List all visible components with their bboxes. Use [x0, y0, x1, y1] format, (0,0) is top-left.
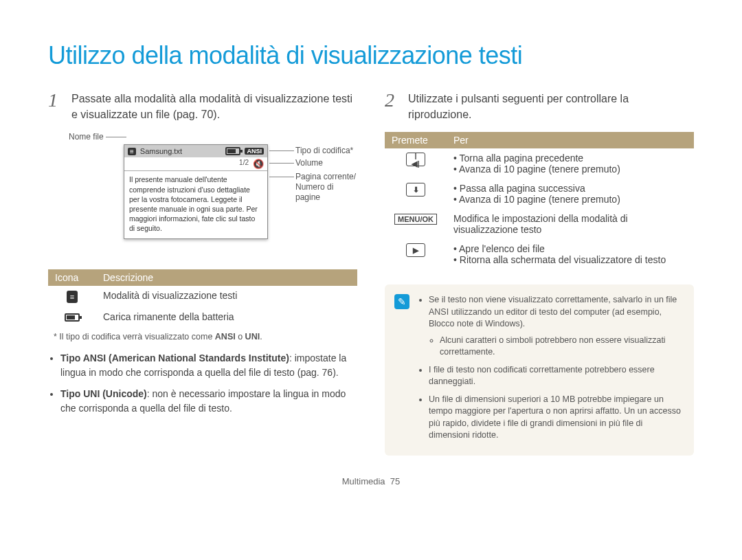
table-row: ▶ • Apre l'elenco dei file • Ritorna all…: [385, 239, 694, 269]
table-header-row: Icona Descrizione: [48, 269, 357, 286]
list-item: Tipo UNI (Unicode): non è necessario imp…: [60, 387, 357, 416]
cell-button: ⬇: [385, 179, 447, 209]
note-header: ≡ Samsung.txt ANSI: [124, 145, 267, 157]
per-item: Ritorna alla schermata del visualizzator…: [460, 254, 666, 265]
step-1: 1 Passate alla modalità alla modalità di…: [48, 91, 357, 122]
cell-desc: Modalità di visualizzazione testi: [96, 286, 357, 306]
step-text: Utilizzate i pulsanti seguenti per contr…: [408, 91, 694, 122]
left-column: 1 Passate alla modalità alla modalità di…: [48, 91, 357, 456]
list-bold: Tipo UNI (Unicode): [60, 388, 147, 399]
footnote-uni: UNI: [245, 332, 260, 341]
table-row: Carica rimanente della batteria: [48, 307, 357, 326]
cell-button: |◀|: [385, 148, 447, 179]
leader-line: [269, 150, 294, 151]
table-header-row: Premete Per: [385, 132, 694, 148]
th-descrizione: Descrizione: [96, 269, 357, 286]
step-number: 1: [48, 91, 63, 122]
page: Utilizzo della modalità di visualizzazio…: [0, 0, 742, 507]
two-columns: 1 Passate alla modalità alla modalità di…: [48, 91, 694, 456]
cell-icon: [48, 286, 96, 306]
battery-icon: [225, 147, 240, 155]
footer-page: 75: [390, 476, 400, 486]
leader-line: [269, 163, 294, 164]
th-icona: Icona: [48, 269, 96, 286]
leader-line: [269, 177, 294, 177]
note-preview: ≡ Samsung.txt ANSI 1/2 🔇 Il presente man…: [124, 144, 268, 239]
cell-button: ▶: [385, 239, 447, 269]
step-text: Passate alla modalità alla modalità di v…: [71, 91, 357, 122]
footnote-text: o: [236, 332, 245, 341]
note-icon: [394, 294, 409, 309]
cell-button: MENU/OK: [385, 209, 447, 239]
cell-per: • Apre l'elenco dei file • Ritorna alla …: [447, 239, 694, 269]
icon-table: Icona Descrizione Modalità di visualizza…: [48, 269, 357, 326]
label-nome-file: Nome file: [69, 132, 104, 142]
per-item: Avanza di 10 pagine (tenere premuto): [459, 164, 620, 175]
callout-item: I file di testo non codificati correttam…: [429, 364, 683, 388]
table-row: ⬇ • Passa alla pagina successiva • Avanz…: [385, 179, 694, 209]
th-premete: Premete: [385, 132, 447, 148]
filename: Samsung.txt: [140, 147, 222, 155]
cell-desc: Carica rimanente della batteria: [96, 307, 357, 326]
callout-text: Se il testo non viene visualizzato corre…: [429, 295, 677, 328]
page-title: Utilizzo della modalità di visualizzazio…: [48, 41, 694, 70]
controls-table: Premete Per |◀| • Torna alla pagina prec…: [385, 132, 694, 269]
callout-item: Se il testo non viene visualizzato corre…: [429, 294, 683, 359]
diagram: Nome file Tipo di codifica* Volume Pagin…: [69, 132, 357, 256]
cell-per: • Torna alla pagina precedente • Avanza …: [447, 148, 694, 179]
callout-subitem: Alcuni caratteri o simboli potrebbero no…: [440, 335, 683, 359]
table-row: |◀| • Torna alla pagina precedente • Ava…: [385, 148, 694, 179]
leader-line: [106, 137, 126, 137]
list-item: Tipo ANSI (American National Standards I…: [60, 351, 357, 380]
table-row: MENU/OK Modifica le impostazioni della m…: [385, 209, 694, 239]
battery-icon: [65, 313, 80, 322]
cell-per: • Passa alla pagina successiva • Avanza …: [447, 179, 694, 209]
menu-ok-button: MENU/OK: [394, 214, 437, 225]
label-pagina: Pagina corrente/ Numero di pagine: [295, 172, 357, 203]
callout-item: Un file di dimensioni superiori a 10 MB …: [429, 394, 683, 442]
step-2: 2 Utilizzate i pulsanti seguenti per con…: [385, 91, 694, 122]
note-subheader: 1/2 🔇: [124, 157, 267, 171]
cell-per: Modifica le impostazioni della modalità …: [447, 209, 694, 239]
page-counter: 1/2: [239, 159, 249, 169]
cell-icon: [48, 307, 96, 326]
encoding-list: Tipo ANSI (American National Standards I…: [48, 351, 357, 416]
text-mode-icon: [67, 291, 78, 303]
play-list-icon: ▶: [406, 243, 425, 257]
next-page-icon: ⬇: [406, 183, 425, 197]
footnote-ansi: ANSI: [215, 332, 236, 341]
info-callout: Se il testo non viene visualizzato corre…: [385, 284, 694, 456]
encoding-badge: ANSI: [245, 148, 264, 155]
prev-page-icon: |◀|: [406, 153, 425, 166]
callout-list: Se il testo non viene visualizzato corre…: [418, 294, 683, 447]
footnote-text: * Il tipo di codifica verrà visualizzato…: [54, 332, 215, 341]
footnote-text: .: [260, 332, 262, 341]
label-tipo-codifica: Tipo di codifica*: [295, 146, 353, 156]
per-item: Apre l'elenco dei file: [459, 243, 545, 254]
label-volume: Volume: [295, 158, 323, 168]
per-item: Passa alla pagina successiva: [460, 183, 585, 194]
file-icon: ≡: [128, 148, 136, 155]
step-number: 2: [385, 91, 400, 122]
footnote: * Il tipo di codifica verrà visualizzato…: [54, 332, 357, 341]
right-column: 2 Utilizzate i pulsanti seguenti per con…: [385, 91, 694, 456]
volume-icon: 🔇: [253, 159, 264, 169]
per-item: Torna alla pagina precedente: [460, 153, 584, 164]
table-row: Modalità di visualizzazione testi: [48, 286, 357, 306]
list-bold: Tipo ANSI (American National Standards I…: [60, 352, 289, 363]
footer-section: Multimedia: [342, 476, 385, 486]
note-body: Il presente manuale dell'utente comprend…: [124, 171, 267, 238]
th-per: Per: [447, 132, 694, 148]
per-item: Avanza di 10 pagine (tenere premuto): [459, 194, 620, 205]
page-footer: Multimedia 75: [48, 476, 694, 486]
